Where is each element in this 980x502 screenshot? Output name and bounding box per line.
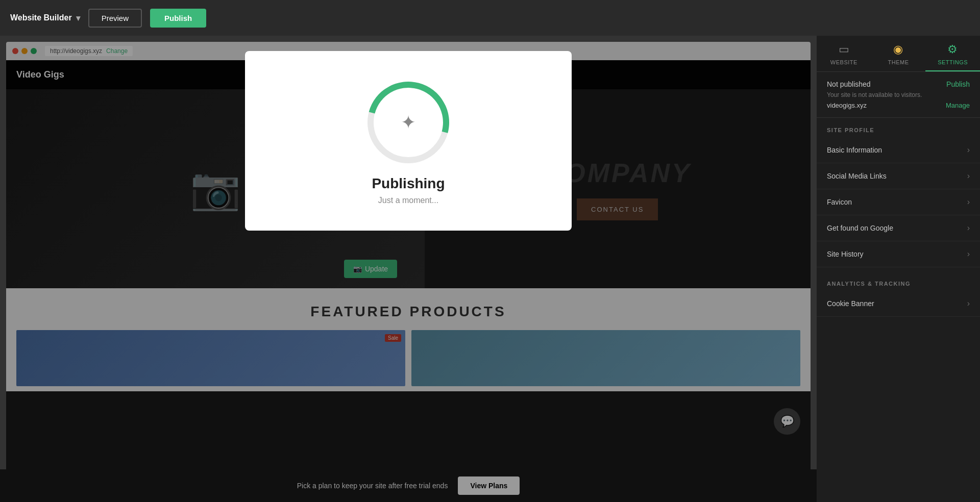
tab-website[interactable]: ▭ WEBSITE [817, 36, 871, 71]
preview-button[interactable]: Preview [88, 9, 142, 28]
publish-link[interactable]: Publish [946, 80, 970, 88]
menu-item-favicon[interactable]: Favicon › [817, 189, 980, 215]
social-media-links-label: Social Media Links [827, 172, 887, 180]
settings-tab-icon: ⚙ [947, 43, 958, 56]
publishing-modal: ✦ Publishing Just a moment... [245, 51, 572, 231]
main-layout: http://videogigs.xyz Change Video Gigs 📷… [0, 36, 980, 502]
not-published-text: Not published [827, 80, 871, 88]
social-media-links-chevron: › [967, 171, 970, 181]
website-tab-icon: ▭ [839, 43, 850, 56]
publishing-subtitle: Just a moment... [378, 196, 438, 205]
publish-button[interactable]: Publish [150, 9, 206, 28]
menu-item-get-found-on-google[interactable]: Get found on Google › [817, 215, 980, 241]
get-found-on-google-label: Get found on Google [827, 224, 893, 232]
publishing-title: Publishing [372, 175, 445, 192]
menu-item-cookie-banner[interactable]: Cookie Banner › [817, 291, 980, 317]
settings-tab-label: SETTINGS [938, 59, 968, 65]
menu-item-site-history[interactable]: Site History › [817, 241, 980, 267]
basic-information-label: Basic Information [827, 146, 882, 154]
theme-tab-label: THEME [888, 59, 909, 65]
cookie-banner-chevron: › [967, 299, 970, 308]
analytics-tracking-header: ANALYTICS & TRACKING [817, 271, 980, 291]
basic-information-chevron: › [967, 145, 970, 155]
canvas-area: http://videogigs.xyz Change Video Gigs 📷… [0, 36, 817, 502]
modal-overlay: ✦ Publishing Just a moment... [0, 36, 817, 502]
topbar: Website Builder ▾ Preview Publish [0, 0, 980, 36]
tab-settings[interactable]: ⚙ SETTINGS [925, 36, 980, 71]
brand: Website Builder ▾ [10, 13, 80, 23]
spinner-icon: ✦ [401, 112, 416, 133]
publish-status-section: Not published Publish Your site is not a… [817, 72, 980, 118]
domain-name: videogigs.xyz [827, 102, 867, 109]
site-profile-header: SITE PROFILE [817, 118, 980, 137]
site-history-chevron: › [967, 249, 970, 259]
menu-item-social-media-links[interactable]: Social Media Links › [817, 163, 980, 189]
brand-label: Website Builder [10, 13, 72, 22]
tab-theme[interactable]: ◉ THEME [871, 36, 926, 71]
panel-tabs: ▭ WEBSITE ◉ THEME ⚙ SETTINGS [817, 36, 980, 72]
right-panel: ▭ WEBSITE ◉ THEME ⚙ SETTINGS Not publish… [817, 36, 980, 502]
publish-status-row: Not published Publish [827, 80, 970, 88]
website-tab-label: WEBSITE [830, 59, 857, 65]
theme-tab-icon: ◉ [893, 43, 903, 56]
cookie-banner-label: Cookie Banner [827, 299, 874, 308]
favicon-chevron: › [967, 197, 970, 207]
brand-chevron[interactable]: ▾ [76, 13, 80, 23]
menu-item-basic-information[interactable]: Basic Information › [817, 137, 980, 163]
site-history-label: Site History [827, 250, 864, 258]
favicon-label: Favicon [827, 198, 852, 206]
get-found-on-google-chevron: › [967, 223, 970, 233]
site-available-text: Your site is not available to visitors. [827, 91, 970, 98]
manage-link[interactable]: Manage [946, 102, 970, 109]
spinner-container: ✦ [368, 82, 449, 163]
domain-row: videogigs.xyz Manage [827, 102, 970, 109]
